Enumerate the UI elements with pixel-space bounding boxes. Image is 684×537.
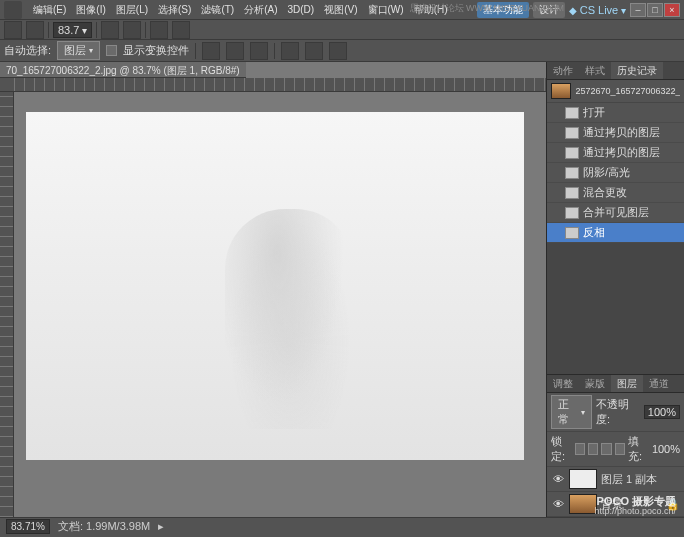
zoom-icon[interactable] — [123, 21, 141, 39]
auto-select-dropdown[interactable]: 图层▾ — [57, 41, 100, 60]
history-item-open[interactable]: 打开 — [547, 103, 684, 123]
status-zoom[interactable]: 83.71% — [6, 519, 50, 534]
blend-mode-dropdown[interactable]: 正常▾ — [551, 395, 592, 429]
distribute-icon-1[interactable] — [281, 42, 299, 60]
tab-layers[interactable]: 图层 — [611, 375, 643, 392]
status-bar: 83.71% 文档: 1.99M/3.98M ▸ — [0, 517, 684, 535]
snapshot-name: 2572670_165727006322_2.jpg — [575, 86, 680, 96]
canvas-image[interactable] — [26, 112, 524, 460]
align-icon-3[interactable] — [250, 42, 268, 60]
history-panel: 2572670_165727006322_2.jpg 打开 通过拷贝的图层 通过… — [547, 80, 684, 243]
lock-all-icon[interactable] — [615, 443, 625, 455]
history-item-copy-layer-1[interactable]: 通过拷贝的图层 — [547, 123, 684, 143]
zoom-field[interactable]: 83.7 ▾ — [53, 22, 92, 38]
align-icon-1[interactable] — [202, 42, 220, 60]
app-logo — [4, 1, 22, 19]
visibility-icon[interactable]: 👁 — [551, 473, 565, 485]
menu-bar: 编辑(E) 图像(I) 图层(L) 选择(S) 滤镜(T) 分析(A) 3D(D… — [0, 0, 684, 20]
lock-pixels-icon[interactable] — [588, 443, 598, 455]
site-watermark: 思缘设计论坛 WWW.MISSYUAN.COM — [410, 2, 565, 15]
minimize-button[interactable]: – — [630, 3, 646, 17]
status-chevron-icon[interactable]: ▸ — [158, 520, 164, 533]
cslive-button[interactable]: ◆ CS Live ▾ — [569, 4, 626, 16]
document-tab[interactable]: 70_165727006322_2.jpg @ 83.7% (图层 1, RGB… — [0, 62, 246, 78]
ruler-vertical[interactable] — [0, 92, 14, 517]
maximize-button[interactable]: □ — [647, 3, 663, 17]
menu-3d[interactable]: 3D(D) — [283, 2, 320, 17]
main-area: 70_165727006322_2.jpg @ 83.7% (图层 1, RGB… — [0, 62, 684, 517]
menu-select[interactable]: 选择(S) — [153, 1, 196, 19]
history-snapshot[interactable]: 2572670_165727006322_2.jpg — [547, 80, 684, 103]
lock-transparency-icon[interactable] — [575, 443, 585, 455]
history-panel-tabs: 动作 样式 历史记录 — [547, 62, 684, 80]
poco-watermark: POCO 摄影专题 http://photo.poco.cn/ — [594, 495, 676, 517]
canvas-viewport[interactable] — [14, 92, 546, 517]
menu-image[interactable]: 图像(I) — [71, 1, 110, 19]
lock-label: 锁定: — [551, 434, 572, 464]
status-doc-size: 文档: 1.99M/3.98M — [58, 519, 150, 534]
menu-analysis[interactable]: 分析(A) — [239, 1, 282, 19]
menu-edit[interactable]: 编辑(E) — [28, 1, 71, 19]
document-area: 70_165727006322_2.jpg @ 83.7% (图层 1, RGB… — [0, 62, 546, 517]
adjust-icon — [565, 167, 579, 179]
history-item-merge-visible[interactable]: 合并可见图层 — [547, 203, 684, 223]
hand-icon[interactable] — [101, 21, 119, 39]
app-toolbar: 83.7 ▾ — [0, 20, 684, 40]
cslive-label: CS Live — [580, 4, 619, 16]
layer-thumb — [569, 494, 597, 514]
invert-icon — [565, 227, 579, 239]
visibility-icon[interactable]: 👁 — [551, 498, 565, 510]
panel-spacer — [547, 243, 684, 374]
bridge-icon[interactable] — [4, 21, 22, 39]
history-item-copy-layer-2[interactable]: 通过拷贝的图层 — [547, 143, 684, 163]
tab-actions[interactable]: 动作 — [547, 62, 579, 79]
menu-filter[interactable]: 滤镜(T) — [196, 1, 239, 19]
fill-label: 填充: — [628, 434, 649, 464]
options-bar: 自动选择: 图层▾ 显示变换控件 — [0, 40, 684, 62]
history-item-invert[interactable]: 反相 — [547, 223, 684, 243]
distribute-icon-2[interactable] — [305, 42, 323, 60]
open-icon — [565, 107, 579, 119]
layer-icon — [565, 127, 579, 139]
auto-select-label: 自动选择: — [4, 43, 51, 58]
layers-panel-tabs: 调整 蒙版 图层 通道 — [547, 375, 684, 393]
fill-field[interactable]: 100% — [652, 443, 680, 455]
opacity-field[interactable]: 100% — [644, 405, 680, 419]
menu-layer[interactable]: 图层(L) — [111, 1, 153, 19]
layer-thumb — [569, 469, 597, 489]
close-button[interactable]: × — [664, 3, 680, 17]
layer-name: 图层 1 副本 — [601, 472, 657, 487]
menu-view[interactable]: 视图(V) — [319, 1, 362, 19]
layer-row-1[interactable]: 👁 图层 1 副本 — [547, 467, 684, 492]
align-icon-2[interactable] — [226, 42, 244, 60]
lock-position-icon[interactable] — [601, 443, 611, 455]
tab-channels[interactable]: 通道 — [643, 375, 675, 392]
window-controls: – □ × — [630, 3, 680, 17]
panels-dock: 动作 样式 历史记录 2572670_165727006322_2.jpg 打开… — [546, 62, 684, 517]
minibridge-icon[interactable] — [26, 21, 44, 39]
snapshot-thumb — [551, 83, 571, 99]
tab-adjustments[interactable]: 调整 — [547, 375, 579, 392]
arrange-icon[interactable] — [150, 21, 168, 39]
opacity-label: 不透明度: — [596, 397, 640, 427]
tab-history[interactable]: 历史记录 — [611, 62, 663, 79]
tab-masks[interactable]: 蒙版 — [579, 375, 611, 392]
layer-icon — [565, 147, 579, 159]
tab-tool-presets[interactable]: 样式 — [579, 62, 611, 79]
menu-window[interactable]: 窗口(W) — [363, 1, 409, 19]
history-item-shadow-highlight[interactable]: 阴影/高光 — [547, 163, 684, 183]
distribute-icon-3[interactable] — [329, 42, 347, 60]
ruler-horizontal[interactable] — [0, 78, 546, 92]
show-transform-label: 显示变换控件 — [123, 43, 189, 58]
history-item-blend-change[interactable]: 混合更改 — [547, 183, 684, 203]
merge-icon — [565, 207, 579, 219]
show-transform-checkbox[interactable] — [106, 45, 117, 56]
blend-icon — [565, 187, 579, 199]
screen-mode-icon[interactable] — [172, 21, 190, 39]
